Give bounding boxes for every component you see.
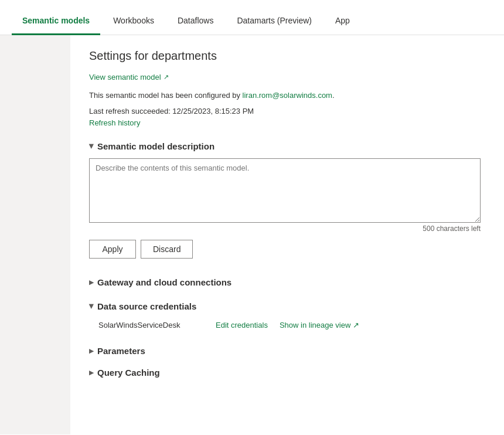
external-link-icon: ↗ xyxy=(164,73,169,81)
query-caching-section: ▶ Query Caching xyxy=(89,368,481,378)
top-navigation: Semantic models Workbooks Dataflows Data… xyxy=(0,0,504,35)
lineage-external-icon: ↗ xyxy=(353,321,359,329)
tab-semantic-models[interactable]: Semantic models xyxy=(12,8,100,35)
credential-name: SolarWindsServiceDesk xyxy=(98,321,204,329)
tab-app[interactable]: App xyxy=(325,8,360,35)
show-lineage-label: Show in lineage view xyxy=(280,321,350,329)
configured-by-email[interactable]: liran.rom@solarwinds.com xyxy=(243,91,332,100)
main-content: Settings for departments View semantic m… xyxy=(70,35,504,434)
parameters-chevron-icon: ▶ xyxy=(89,348,94,354)
configured-by-prefix: This semantic model has been configured … xyxy=(89,91,243,100)
sidebar xyxy=(0,35,70,434)
data-source-section-label: Data source credentials xyxy=(97,301,196,311)
description-section-label: Semantic model description xyxy=(97,141,214,151)
tab-datamarts[interactable]: Datamarts (Preview) xyxy=(226,8,322,35)
view-model-label: View semantic model xyxy=(89,73,161,81)
tab-workbooks[interactable]: Workbooks xyxy=(103,8,165,35)
last-refresh-info: Last refresh succeeded: 12/25/2023, 8:15… xyxy=(89,107,481,115)
gateway-section-label: Gateway and cloud connections xyxy=(97,277,231,287)
gateway-section-header[interactable]: ▶ Gateway and cloud connections xyxy=(89,277,481,287)
data-source-section-header[interactable]: ▶ Data source credentials xyxy=(89,301,481,311)
description-textarea[interactable] xyxy=(89,158,481,223)
parameters-section-header[interactable]: ▶ Parameters xyxy=(89,346,481,356)
page-body: Settings for departments View semantic m… xyxy=(0,35,504,434)
description-button-row: Apply Discard xyxy=(89,240,481,259)
parameters-section-label: Parameters xyxy=(97,346,145,356)
view-model-link[interactable]: View semantic model ↗ xyxy=(89,73,169,81)
description-section: ▶ Semantic model description 500 charact… xyxy=(89,141,481,259)
char-count: 500 characters left xyxy=(89,225,481,233)
parameters-section: ▶ Parameters xyxy=(89,346,481,356)
settings-title: Settings for departments xyxy=(89,49,481,63)
tab-dataflows[interactable]: Dataflows xyxy=(167,8,224,35)
configured-by-text: This semantic model has been configured … xyxy=(89,91,481,100)
data-source-section: ▶ Data source credentials SolarWindsServ… xyxy=(89,301,481,332)
query-caching-chevron-icon: ▶ xyxy=(89,369,94,376)
query-caching-section-header[interactable]: ▶ Query Caching xyxy=(89,368,481,378)
gateway-chevron-icon: ▶ xyxy=(89,279,94,286)
show-lineage-link[interactable]: Show in lineage view ↗ xyxy=(280,321,359,329)
apply-button[interactable]: Apply xyxy=(89,240,136,259)
discard-button[interactable]: Discard xyxy=(141,240,193,259)
description-section-header[interactable]: ▶ Semantic model description xyxy=(89,141,481,151)
data-source-chevron-icon: ▶ xyxy=(88,304,95,309)
query-caching-section-label: Query Caching xyxy=(97,368,160,378)
credential-row: SolarWindsServiceDesk Edit credentials S… xyxy=(89,318,481,332)
gateway-section: ▶ Gateway and cloud connections xyxy=(89,277,481,287)
edit-credentials-link[interactable]: Edit credentials xyxy=(216,321,268,329)
description-chevron-icon: ▶ xyxy=(88,144,95,149)
refresh-history-link[interactable]: Refresh history xyxy=(89,118,140,127)
